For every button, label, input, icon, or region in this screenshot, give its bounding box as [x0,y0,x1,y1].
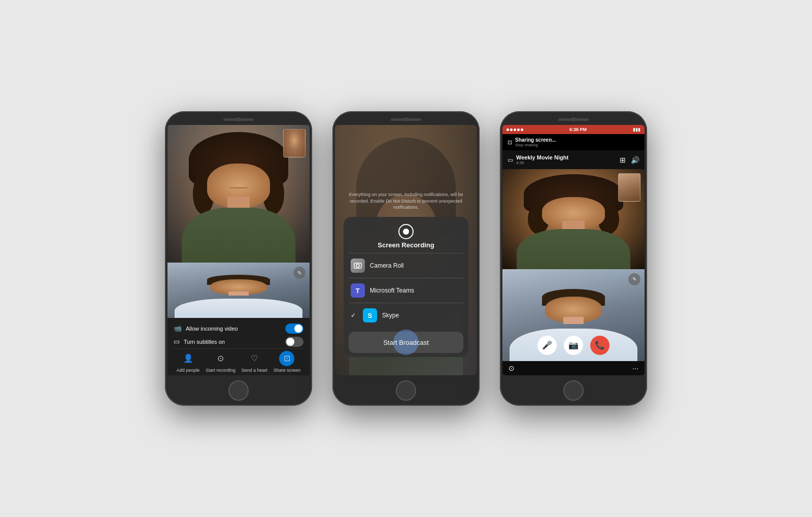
edit-icon-3[interactable]: ✎ [628,273,640,285]
incoming-video-text: Allow incoming video [186,326,238,332]
edit-icon-1[interactable]: ✎ [293,267,306,279]
man-neck-3 [563,317,583,325]
share-screen-btn[interactable]: ⊡ Share screen [274,351,301,373]
phone-camera-1 [236,117,241,121]
secondary-video [167,263,310,317]
phone-3: 6:36 PM ▮▮▮ ⊡ Sharing screen... Stop sha… [500,111,647,406]
phone-camera-3 [571,117,576,121]
status-battery: ▮▮▮ [633,127,640,132]
incoming-video-toggle[interactable] [285,324,303,334]
skype-icon: S [363,308,377,322]
self-preview [283,129,306,157]
subtitles-toggle[interactable] [285,337,303,347]
start-recording-btn[interactable]: ⊙ Start recording [206,351,235,373]
camera-roll-icon [351,258,365,273]
screen-recording-title: Screen Recording [378,241,434,249]
phone-screen-1: ✎ 📹 Allow incoming video ▭ Turn [167,125,310,375]
sharing-title: Sharing screen... [515,137,639,143]
dot-5 [521,128,523,131]
recording-label: Start recording [206,368,235,373]
video-top-1 [167,125,310,263]
sharing-subtitle[interactable]: Stop sharing [515,143,639,147]
home-btn-1[interactable] [228,380,249,401]
home-btn-3[interactable] [563,380,584,401]
signal-dots [506,128,523,131]
camera-bottom-icon[interactable]: ⊙ [509,364,515,372]
sharing-icon: ⊡ [507,139,512,146]
dot-4 [517,128,520,131]
phone2-content: Everything on your screen, including not… [335,125,477,375]
phone-1: ✎ 📹 Allow incoming video ▭ Turn [165,111,312,406]
mute-btn[interactable]: 🎤 [537,336,557,355]
camera-roll-option[interactable]: Camera Roll [344,253,468,278]
call-duration: 4:20 [516,160,568,165]
add-people-icon: 👤 [181,351,196,366]
sharing-text: Sharing screen... Stop sharing [515,137,639,147]
skype-option[interactable]: ✓ S Skype [344,303,468,328]
teams-option[interactable]: T Microsoft Teams [344,278,468,303]
phone-camera-2 [404,117,408,121]
volume-icon[interactable]: 🔊 [631,156,639,164]
camera-roll-label: Camera Roll [370,262,404,269]
toggle-row-1: 📹 Allow incoming video [174,322,303,335]
share-hint: Everything on your screen, including not… [335,187,477,215]
call-header-controls: ⊞ 🔊 [620,156,639,164]
add-people-label: Add people [177,368,200,373]
home-btn-2[interactable] [396,380,416,401]
share-sheet-header: Screen Recording [344,217,468,253]
video-area-3: ✎ 🎤 📷 📞 [502,169,645,361]
phone-screen-3: 6:36 PM ▮▮▮ ⊡ Sharing screen... Stop sha… [502,125,645,375]
subtitles-text: Turn subtitles on [184,339,225,345]
subtitles-icon: ▭ [174,338,180,345]
phones-container: ✎ 📹 Allow incoming video ▭ Turn [165,111,647,406]
video-icon: 📹 [174,325,182,332]
subtitles-label: ▭ Turn subtitles on [174,338,225,345]
teams-icon: T [351,283,365,298]
status-time: 6:36 PM [569,127,587,132]
man-body [175,299,302,318]
share-sheet-card: Screen Recording Camera Roll [344,217,468,357]
call-header: ▭ Weekly Movie Night 4:20 ⊞ 🔊 [502,150,645,169]
share-screen-label: Share screen [274,368,301,373]
grid-icon[interactable]: ⊞ [620,156,626,164]
toggle-row-2: ▭ Turn subtitles on [174,335,303,348]
body [182,208,295,263]
share-screen-icon: ⊡ [279,351,294,366]
more-options-icon[interactable]: ··· [632,364,638,372]
ios-share-sheet: Everything on your screen, including not… [335,187,477,375]
selected-checkmark: ✓ [351,312,356,319]
send-heart-btn[interactable]: ♡ Send a heart [242,351,268,373]
heart-icon: ♡ [247,351,262,366]
start-broadcast-text: Start Broadcast [383,339,429,346]
call-title-group: Weekly Movie Night 4:20 [516,154,568,165]
phone-2: Everything on your screen, including not… [332,111,480,406]
call-info: ▭ Weekly Movie Night 4:20 [507,154,568,165]
start-broadcast-btn[interactable]: Start Broadcast [349,332,463,353]
record-icon [398,224,414,239]
status-bar: 6:36 PM ▮▮▮ [502,125,645,134]
man-neck [228,292,248,296]
body-3 [517,229,630,269]
svg-point-1 [356,264,359,267]
record-dot [403,229,409,235]
heart-label: Send a heart [242,368,268,373]
video-top-3 [502,169,645,269]
controls-area-1: 📹 Allow incoming video ▭ Turn subtitles … [167,318,310,375]
recording-icon: ⊙ [213,351,228,366]
add-people-btn[interactable]: 👤 Add people [177,351,200,373]
mini-face [284,130,305,157]
call-controls: 🎤 📷 📞 [537,336,610,355]
phone3-content: 6:36 PM ▮▮▮ ⊡ Sharing screen... Stop sha… [502,125,645,375]
bottom-bar-3: ⊙ ··· [502,361,645,375]
video-btn[interactable]: 📷 [564,336,583,355]
skype-label: Skype [382,312,399,319]
phone1-content: ✎ 📹 Allow incoming video ▭ Turn [167,125,310,375]
dot-2 [510,128,513,131]
action-bar-1: 👤 Add people ⊙ Start recording ♡ Send a … [174,348,303,375]
teams-label: Microsoft Teams [370,287,414,294]
video-bottom-1: ✎ [167,263,310,317]
incoming-video-label: 📹 Allow incoming video [174,325,238,332]
dot-3 [514,128,516,131]
end-call-btn[interactable]: 📞 [590,336,610,355]
video-bottom-3: ✎ 🎤 📷 📞 [502,269,645,361]
